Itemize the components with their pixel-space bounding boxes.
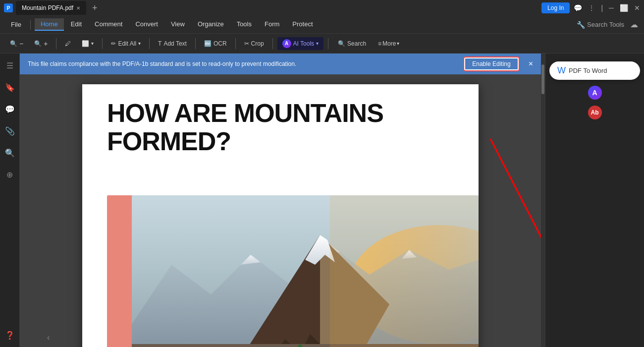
cloud-icon[interactable]: ☁: [630, 20, 638, 29]
word-icon: W: [557, 65, 566, 76]
edit-icon: ✏: [111, 40, 116, 47]
svg-line-14: [490, 139, 541, 292]
zoom-in-label: +: [44, 40, 48, 48]
ai-tools-button[interactable]: A AI Tools ▾: [277, 37, 323, 50]
toolbar-separator-6: [272, 38, 273, 49]
app-icon: P: [4, 3, 13, 12]
edit-all-label: Edit All: [118, 40, 136, 47]
menu-icon[interactable]: ⋮: [588, 4, 595, 12]
sidebar-icon-attachments[interactable]: 📎: [3, 124, 17, 138]
menu-items: Home Edit Comment Convert View Organize …: [35, 18, 319, 31]
titlebar: P Mountain PDFA.pdf ✕ + Log In 💬 ⋮ | ─ ⬜…: [0, 0, 644, 16]
menu-separator: [30, 20, 31, 30]
zoom-in-icon: 🔍: [34, 40, 42, 47]
shape-icon: ⬜: [82, 40, 89, 47]
more-dropdown-icon: ▾: [397, 41, 399, 46]
content-area: This file claims compliance with the PDF…: [20, 54, 541, 347]
menu-form[interactable]: Form: [259, 18, 285, 31]
toolbar: 🔍 − 🔍 + 🖊 ⬜ ▾ ✏ Edit All ▾ T Add Text 🔤 …: [0, 34, 644, 54]
menu-view[interactable]: View: [165, 18, 191, 31]
menubar: File Home Edit Comment Convert View Orga…: [0, 16, 644, 34]
close-icon[interactable]: ✕: [634, 4, 640, 12]
nav-prev-button[interactable]: ‹: [47, 333, 50, 342]
sidebar-icon-help[interactable]: ❓: [3, 328, 17, 342]
pdf-to-word-label: PDF To Word: [569, 67, 607, 74]
toolbar-separator-1: [56, 38, 56, 49]
sidebar-icon-bookmarks[interactable]: 🔖: [3, 80, 17, 94]
ai-tools-label: AI Tools: [293, 40, 314, 47]
menu-organize[interactable]: Organize: [192, 18, 230, 31]
menu-protect[interactable]: Protect: [286, 18, 319, 31]
menu-tools[interactable]: Tools: [231, 18, 258, 31]
left-sidebar: ☰ 🔖 💬 📎 🔍 ⊕ ❓: [0, 54, 20, 347]
menu-edit[interactable]: Edit: [65, 18, 88, 31]
ai-right-icon: A: [592, 89, 597, 97]
ab-button[interactable]: Ab: [588, 106, 602, 119]
new-tab-button[interactable]: +: [89, 3, 101, 13]
notification-bar: This file claims compliance with the PDF…: [20, 54, 541, 74]
separator: |: [601, 4, 603, 12]
active-tab[interactable]: Mountain PDFA.pdf ✕: [16, 1, 86, 15]
toolbar-separator-4: [195, 38, 196, 49]
ai-tools-dropdown-icon: ▾: [316, 41, 319, 46]
edit-all-button[interactable]: ✏ Edit All ▾: [107, 38, 145, 49]
crop-button[interactable]: ✂ Crop: [240, 38, 268, 49]
ai-badge-icon: A: [282, 39, 291, 48]
notification-text: This file claims compliance with the PDF…: [28, 60, 458, 67]
toolbar-separator-3: [149, 38, 150, 49]
zoom-in-button[interactable]: 🔍 +: [30, 38, 52, 50]
menu-comment[interactable]: Comment: [89, 18, 128, 31]
restore-icon[interactable]: ⬜: [620, 4, 628, 12]
right-scrollbar[interactable]: [541, 54, 545, 347]
sidebar-icon-menu[interactable]: ☰: [3, 58, 17, 72]
scrollbar-thumb[interactable]: [541, 64, 544, 94]
ocr-button[interactable]: 🔤 OCR: [200, 38, 231, 49]
ocr-label: OCR: [214, 40, 227, 47]
svg-rect-11: [330, 195, 479, 347]
zoom-out-label: −: [19, 40, 23, 48]
enable-editing-button[interactable]: Enable Editing: [464, 58, 518, 70]
login-button[interactable]: Log In: [541, 2, 570, 13]
mountain-svg: [132, 195, 479, 347]
pdf-content: [82, 195, 479, 347]
more-button[interactable]: ≡ More ▾: [374, 38, 403, 49]
pdf-title: HOW ARE MOUNTAINS FORMED?: [82, 84, 479, 166]
search-button[interactable]: 🔍 Search: [333, 38, 371, 49]
add-text-label: Add Text: [163, 40, 186, 47]
scrollbar-track-top: [541, 54, 545, 63]
zoom-out-icon: 🔍: [10, 40, 17, 47]
more-icon: ≡: [378, 40, 381, 47]
search-tools-label: Search Tools: [587, 21, 624, 28]
sidebar-icon-layers[interactable]: ⊕: [3, 168, 17, 181]
search-label: Search: [347, 40, 366, 47]
zoom-out-button[interactable]: 🔍 −: [6, 38, 27, 50]
pdf-to-word-button[interactable]: W PDF To Word: [549, 61, 640, 80]
pdf-page: HOW ARE MOUNTAINS FORMED?: [82, 84, 479, 347]
more-label: More: [382, 40, 396, 47]
menu-convert[interactable]: Convert: [129, 18, 164, 31]
add-text-icon: T: [158, 40, 161, 47]
search-icon: 🔍: [338, 40, 345, 47]
menu-home[interactable]: Home: [35, 18, 64, 31]
highlight-icon: 🖊: [65, 40, 71, 47]
notification-close-icon[interactable]: ×: [529, 59, 533, 68]
ai-right-button[interactable]: A: [588, 86, 602, 100]
sidebar-icon-search[interactable]: 🔍: [3, 146, 17, 160]
tab-close-icon[interactable]: ✕: [76, 5, 80, 11]
shape-dropdown-icon: ▾: [91, 41, 94, 46]
file-menu[interactable]: File: [6, 19, 26, 30]
add-text-button[interactable]: T Add Text: [154, 38, 191, 49]
sidebar-icon-comments[interactable]: 💬: [3, 102, 17, 116]
search-tools[interactable]: 🔧 Search Tools: [577, 21, 624, 29]
main-layout: ☰ 🔖 💬 📎 🔍 ⊕ ❓ This file claims complianc…: [0, 54, 644, 347]
pdf-viewer[interactable]: HOW ARE MOUNTAINS FORMED?: [20, 74, 541, 347]
ab-icon: Ab: [591, 109, 599, 116]
crop-label: Crop: [251, 40, 264, 47]
ocr-icon: 🔤: [204, 40, 212, 47]
shape-button[interactable]: ⬜ ▾: [78, 38, 98, 49]
toolbar-separator-7: [328, 38, 328, 49]
minimize-icon[interactable]: ─: [609, 4, 614, 12]
highlight-button[interactable]: 🖊: [61, 38, 75, 49]
titlebar-left: P Mountain PDFA.pdf ✕ +: [4, 1, 101, 15]
chat-icon[interactable]: 💬: [574, 4, 582, 12]
